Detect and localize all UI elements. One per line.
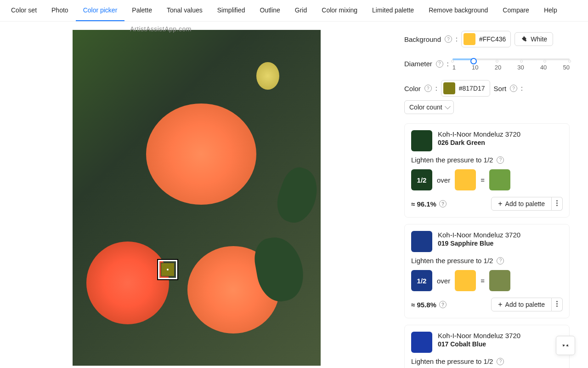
help-icon[interactable]: ?	[439, 301, 447, 308]
tab-palette[interactable]: Palette	[124, 0, 159, 21]
tab-grid[interactable]: Grid	[288, 0, 314, 21]
result-card: Koh-I-Noor Mondeluz 3720019 Sapphire Blu…	[404, 224, 570, 318]
help-icon[interactable]: ?	[510, 85, 517, 92]
over-label: over	[437, 176, 450, 184]
collapse-icon	[562, 342, 569, 349]
more-button[interactable]	[552, 298, 563, 311]
result-swatch	[411, 130, 432, 151]
sidebar: Background ?: #FFC436 White Diameter ?:	[395, 22, 588, 368]
watermark: ArtistAssistApp.com	[0, 25, 322, 33]
equals-label: =	[481, 176, 485, 184]
tab-limited-palette[interactable]: Limited palette	[365, 0, 421, 21]
slider-handle[interactable]	[470, 58, 477, 64]
result-swatch	[411, 332, 432, 353]
help-icon[interactable]: ?	[439, 200, 447, 207]
result-brand: Koh-I-Noor Mondeluz 3720	[438, 332, 520, 339]
more-icon	[556, 301, 558, 307]
accuracy-text: ≈ 95.8%?	[411, 301, 447, 309]
tab-color-picker[interactable]: Color picker	[76, 0, 125, 21]
result-brand: Koh-I-Noor Mondeluz 3720	[438, 231, 520, 239]
sort-label: Sort	[494, 85, 507, 92]
color-swatch-button[interactable]: #817D17	[441, 80, 490, 97]
result-name: 017 Cobalt Blue	[438, 340, 520, 348]
photo-canvas[interactable]	[73, 30, 321, 366]
tab-color-set[interactable]: Color set	[4, 0, 44, 21]
main-content: ArtistAssistApp.com Background ?: #FFC43…	[0, 22, 588, 368]
image-panel: ArtistAssistApp.com	[0, 22, 322, 368]
more-button[interactable]	[552, 197, 563, 211]
add-to-palette-button[interactable]: +Add to palette	[491, 298, 552, 311]
background-label: Background	[404, 35, 441, 43]
more-icon	[556, 200, 558, 206]
tab-simplified[interactable]: Simplified	[210, 0, 253, 21]
color-hex: #817D17	[459, 85, 485, 92]
mix-row: 1/2over=	[411, 270, 563, 291]
result-mix-swatch	[489, 169, 510, 190]
color-label: Color	[404, 85, 421, 92]
background-row: Background ?: #FFC436 White	[404, 31, 570, 47]
help-icon[interactable]: ?	[497, 358, 504, 365]
collapse-button[interactable]	[556, 336, 575, 355]
tab-tonal-values[interactable]: Tonal values	[159, 0, 210, 21]
results-list: Koh-I-Noor Mondeluz 3720026 Dark GreenLi…	[404, 123, 570, 368]
bucket-icon	[520, 35, 528, 43]
over-swatch	[455, 169, 476, 190]
diameter-slider[interactable]: 11020304050	[452, 57, 570, 71]
color-picker-cursor[interactable]	[158, 260, 177, 279]
add-to-palette-button[interactable]: +Add to palette	[491, 197, 552, 211]
color-sort-row: Color ?: #817D17 Sort ?: Color count	[404, 80, 570, 114]
help-icon[interactable]: ?	[424, 85, 432, 92]
tabs-bar: Color setPhotoColor pickerPaletteTonal v…	[0, 0, 588, 22]
help-icon[interactable]: ?	[497, 156, 504, 164]
help-icon[interactable]: ?	[436, 60, 443, 68]
result-name: 026 Dark Green	[438, 139, 520, 146]
result-swatch	[411, 231, 432, 252]
accuracy-text: ≈ 96.1%?	[411, 200, 447, 208]
tab-photo[interactable]: Photo	[44, 0, 76, 21]
white-button[interactable]: White	[514, 32, 553, 46]
fraction-swatch: 1/2	[411, 169, 432, 190]
result-card: Koh-I-Noor Mondeluz 3720026 Dark GreenLi…	[404, 123, 570, 218]
tab-remove-background[interactable]: Remove background	[421, 0, 495, 21]
tab-help[interactable]: Help	[537, 0, 565, 21]
color-swatch	[443, 82, 455, 94]
result-mix-swatch	[489, 270, 510, 291]
background-swatch-button[interactable]: #FFC436	[461, 31, 511, 47]
diameter-label: Diameter	[404, 60, 432, 68]
result-instruction: Lighten the pressure to 1/2?	[411, 357, 563, 365]
over-swatch	[455, 270, 476, 291]
background-hex: #FFC436	[479, 35, 506, 43]
diameter-row: Diameter ?: 11020304050	[404, 57, 570, 71]
over-label: over	[437, 277, 450, 285]
result-instruction: Lighten the pressure to 1/2?	[411, 156, 563, 164]
result-instruction: Lighten the pressure to 1/2?	[411, 257, 563, 264]
result-card: Koh-I-Noor Mondeluz 3720017 Cobalt BlueL…	[404, 325, 570, 368]
tab-color-mixing[interactable]: Color mixing	[314, 0, 365, 21]
result-name: 019 Sapphire Blue	[438, 240, 520, 247]
sort-select[interactable]: Color count	[404, 100, 454, 114]
help-icon[interactable]: ?	[445, 35, 452, 43]
tab-compare[interactable]: Compare	[495, 0, 537, 21]
help-icon[interactable]: ?	[497, 257, 504, 264]
mix-row: 1/2over=	[411, 169, 563, 190]
equals-label: =	[481, 277, 485, 285]
background-swatch	[464, 33, 475, 45]
fraction-swatch: 1/2	[411, 270, 432, 291]
plus-icon: +	[498, 200, 502, 207]
tab-outline[interactable]: Outline	[252, 0, 287, 21]
plus-icon: +	[498, 301, 502, 308]
result-brand: Koh-I-Noor Mondeluz 3720	[438, 130, 520, 138]
